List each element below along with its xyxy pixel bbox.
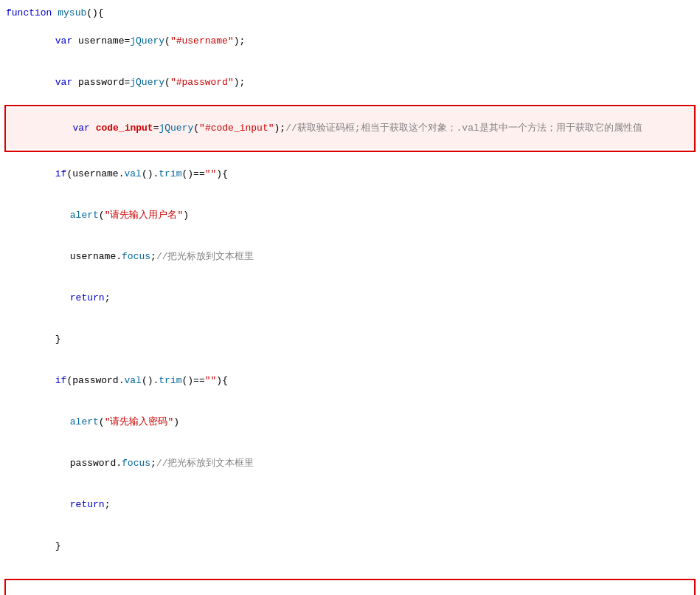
highlighted-box-1: var code_input=jQuery("#code_input");//获… [4,105,696,152]
code-line: var username=jQuery("#username"); [0,21,700,62]
code-line: password.focus;//把光标放到文本框里 [0,443,700,484]
code-line: username.focus;//把光标放到文本框里 [0,236,700,278]
code-line: } [0,526,700,567]
code-line: } [0,319,700,360]
code-line: return; [0,484,700,526]
code-line: var code_input=jQuery("#code_input");//获… [6,108,694,149]
code-line: if(password.val().trim()==""){ [0,360,700,402]
highlighted-box-2: //验证码的验证处理 if(code_input.val().trim()=="… [4,579,696,595]
code-line: function mysub(){ [0,6,700,21]
code-line: if(username.val().trim()==""){ [0,154,700,195]
code-line: return; [0,278,700,319]
code-line: alert("请先输入密码") [0,402,700,443]
code-line: alert("请先输入用户名") [0,195,700,236]
code-line: //验证码的验证处理 [6,582,694,595]
code-container: function mysub(){ var username=jQuery("#… [0,0,700,595]
code-line: var password=jQuery("#password"); [0,62,700,103]
